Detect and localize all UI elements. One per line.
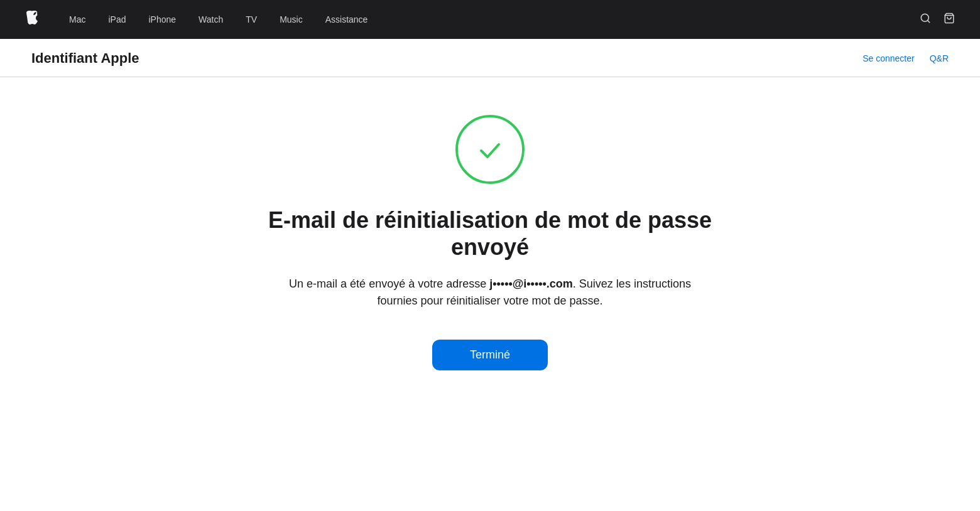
checkmark-icon — [474, 133, 506, 166]
nav-item-assistance[interactable]: Assistance — [314, 14, 379, 25]
bag-icon[interactable] — [944, 13, 955, 27]
qr-link[interactable]: Q&R — [930, 53, 949, 63]
success-description: Un e-mail a été envoyé à votre adresse j… — [270, 276, 710, 309]
nav-item-watch[interactable]: Watch — [187, 14, 234, 25]
nav-item-ipad[interactable]: iPad — [97, 14, 137, 25]
nav-item-tv[interactable]: TV — [234, 14, 268, 25]
apple-logo-icon[interactable] — [25, 11, 39, 28]
se-connecter-link[interactable]: Se connecter — [863, 53, 915, 63]
masked-email: j•••••@i•••••.com — [489, 277, 573, 290]
main-nav: Mac iPad iPhone Watch TV Music Assistanc… — [0, 0, 980, 39]
search-icon[interactable] — [920, 13, 931, 27]
description-text-before: Un e-mail a été envoyé à votre adresse — [289, 277, 489, 290]
success-icon-circle — [455, 115, 525, 184]
done-button[interactable]: Terminé — [432, 340, 548, 370]
nav-item-mac[interactable]: Mac — [58, 14, 97, 25]
nav-item-music[interactable]: Music — [268, 14, 314, 25]
subheader: Identifiant Apple Se connecter Q&R — [0, 39, 980, 77]
page-title: Identifiant Apple — [31, 50, 139, 67]
nav-right-icons — [920, 13, 955, 27]
success-heading: E-mail de réinitialisation de mot de pas… — [239, 207, 741, 261]
subheader-links: Se connecter Q&R — [863, 53, 949, 63]
nav-item-iphone[interactable]: iPhone — [137, 14, 187, 25]
nav-links-list: Mac iPad iPhone Watch TV Music Assistanc… — [58, 14, 379, 25]
svg-line-1 — [927, 20, 929, 22]
main-content: E-mail de réinitialisation de mot de pas… — [0, 77, 980, 408]
